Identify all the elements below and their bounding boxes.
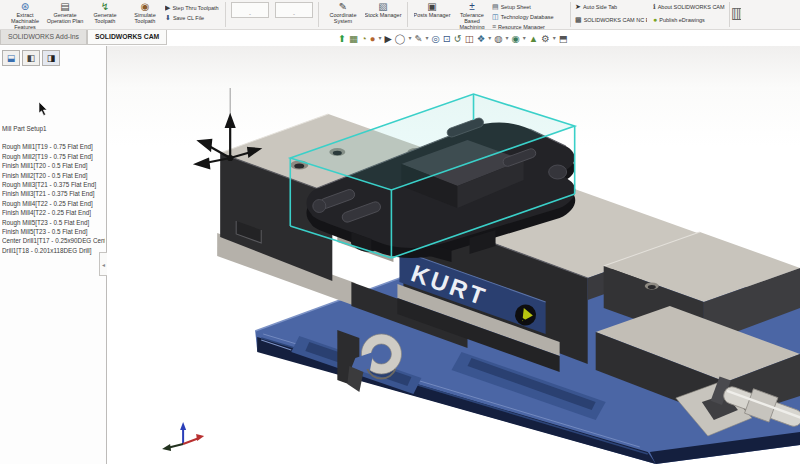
resource-manager-button[interactable]: ≡ Resource Manager (492, 23, 566, 30)
update-toolpaths-icon[interactable]: ⬆ (338, 31, 346, 46)
button-label: Auto Side Tab (583, 4, 617, 10)
tree-item-operation[interactable]: Rough Mill2[T19 - 0.75 Flat End] (2, 152, 105, 161)
tree-item-operation[interactable]: Drill1[T18 - 0.201x118DEG Drill] (2, 246, 105, 255)
sketch-icon[interactable]: ✎ (414, 31, 422, 46)
tree-item-operation[interactable]: Finish Mill5[T23 - 0.5 Flat End] (2, 227, 105, 236)
generate-operation-plan-icon: ▤ (60, 1, 69, 12)
extract-machinable-features-button[interactable]: ⊛ Extract Machinable Features (5, 1, 45, 29)
material-icon[interactable]: ● (370, 31, 376, 46)
tree-item-operation[interactable]: Rough Mill5[T23 - 0.5 Flat End] (2, 218, 105, 227)
button-label: SOLIDWORKS CAM NC Editor (584, 17, 647, 23)
ribbon-separator (318, 2, 319, 27)
button-label: Save CL File (173, 15, 204, 21)
generate-operation-plan-button[interactable]: ▤ Generate Operation Plan (45, 1, 85, 29)
coordinate-system-button[interactable]: ✎ Coordinate System (323, 1, 363, 29)
technology-database-button[interactable]: ◫ Technology Database (492, 13, 566, 21)
button-label: Technology Database (501, 14, 554, 20)
simulate-toolpath-icon: ◉ (141, 1, 150, 12)
cam-process-group: ⊛ Extract Machinable Features ▤ Generate… (2, 0, 224, 29)
tree-item-operation[interactable]: Center Drill1[T17 - 0.25x90DEG Center Dr… (2, 236, 105, 245)
auto-side-tab-button[interactable]: ➤ Auto Side Tab (575, 3, 647, 11)
scene-icon[interactable]: ▲ (529, 31, 538, 46)
tree-item-operation[interactable]: Rough Mill3[T21 - 0.375 Flat End] (2, 180, 105, 189)
cam-tools-tree-tab[interactable]: ◨ (42, 50, 60, 66)
panel-collapse-handle[interactable]: ◂ (99, 252, 107, 276)
clipped-button-icon[interactable]: ▥ (731, 3, 741, 22)
generate-toolpath-button[interactable]: ↯ Generate Toolpath (85, 1, 125, 29)
feature-manager-tabs: ⬓ ◧ ◨ (0, 46, 106, 66)
ribbon-separator (570, 2, 571, 27)
button-label: Stock Manager (365, 12, 402, 29)
cam-tools-tree-icon: ◨ (47, 53, 56, 63)
tree-item-operation[interactable]: Finish Mill4[T22 - 0.25 Flat End] (2, 208, 105, 217)
ribbon-separator (729, 2, 730, 27)
step-thru-toolpath-icon: ▶ (165, 4, 170, 12)
view-orientation-icon[interactable]: ❖ (477, 31, 486, 46)
tab-solidworks-add-ins[interactable]: SOLIDWORKS Add-Ins (0, 30, 87, 45)
edrawings-icon: ● (653, 16, 657, 24)
clipped-button-icon[interactable]: ▦ (731, 25, 741, 29)
tolerance-based-machining-button[interactable]: ± Tolerance Based Machining (452, 1, 492, 29)
monitor-icon[interactable]: ⬒ (559, 31, 568, 46)
machine-selector[interactable]: - (275, 2, 313, 18)
step-play-icon[interactable]: ▶ (384, 31, 391, 46)
tab-solidworks-cam[interactable]: SOLIDWORKS CAM (87, 30, 167, 45)
cam-feature-tree-tab[interactable]: ⬓ (2, 50, 20, 66)
reference-triad (162, 422, 204, 451)
button-label: Tolerance Based Machining (452, 12, 492, 29)
publish-edrawings-button[interactable]: ● Publish eDrawings (653, 16, 725, 24)
tree-item-operation[interactable]: Rough Mill1[T19 - 0.75 Flat End] (2, 142, 105, 151)
step-thru-toolpath-button[interactable]: ▶ Step Thru Toolpath (165, 4, 221, 12)
nc-editor-icon: ▩ (575, 16, 582, 24)
chevron-down-icon[interactable]: ▾ (425, 31, 428, 46)
setup-sheet-button[interactable]: ▤ Setup Sheet (492, 3, 566, 11)
display-style-icon[interactable]: ◍ (494, 31, 502, 46)
vise-3d-model[interactable]: KURT (107, 46, 800, 464)
posts-manager-button[interactable]: ▣ Posts Manager (412, 1, 452, 29)
selector-dash: - (293, 11, 295, 17)
tree-item-operation[interactable]: Finish Mill1[T20 - 0.5 Flat End] (2, 161, 105, 170)
selector-wells-group: - - (227, 0, 317, 29)
configuration-selector[interactable]: - (231, 2, 269, 18)
save-cl-file-button[interactable]: ⬇ Save CL File (165, 14, 221, 22)
graphics-viewport[interactable]: KURT (107, 46, 800, 464)
setup-sheet-icon: ▤ (492, 3, 499, 11)
button-label: Step Thru Toolpath (172, 5, 218, 11)
simulate-toolpath-button[interactable]: ◉ Simulate Toolpath (125, 1, 165, 29)
view-settings-icon[interactable]: ⚙ (541, 31, 550, 46)
tree-item-operation[interactable]: Rough Mill4[T22 - 0.25 Flat End] (2, 199, 105, 208)
ribbon-tabs: SOLIDWORKS Add-Ins SOLIDWORKS CAM (0, 30, 167, 45)
previous-view-icon[interactable]: ↺ (454, 31, 462, 46)
chevron-down-icon[interactable]: ▾ (505, 31, 508, 46)
chevron-down-icon[interactable]: ▾ (553, 31, 556, 46)
chevron-down-icon[interactable]: ▾ (408, 31, 411, 46)
hide-show-items-icon[interactable]: ◉ (512, 31, 520, 46)
chevron-down-icon[interactable]: ▾ (378, 31, 381, 46)
database-group: ▣ Posts Manager ± Tolerance Based Machin… (409, 0, 569, 29)
clock-icon[interactable]: ◔ (361, 31, 367, 46)
button-label: Simulate Toolpath (125, 12, 165, 29)
chevron-down-icon[interactable]: ▾ (523, 31, 526, 46)
ribbon-separator (225, 2, 226, 27)
about-solidworks-cam-button[interactable]: ℹ About SOLIDWORKS CAM (653, 3, 725, 11)
section-view-icon[interactable]: ◫ (465, 31, 474, 46)
database-stack: ▤ Setup Sheet ◫ Technology Database ≡ Re… (492, 1, 566, 30)
button-label: Extract Machinable Features (5, 12, 45, 29)
tree-item-setup[interactable]: Mill Part Setup1 (2, 124, 105, 133)
setup-grid-icon[interactable]: ▦ (349, 31, 358, 46)
stock-manager-button[interactable]: ▧ Stock Manager (363, 1, 403, 29)
ribbon-separator (407, 2, 408, 27)
auto-side-tab-icon: ➤ (575, 3, 581, 11)
chevron-down-icon[interactable]: ▾ (488, 31, 491, 46)
nc-editor-button[interactable]: ▩ SOLIDWORKS CAM NC Editor (575, 16, 647, 24)
zoom-area-icon[interactable]: ⊡ (443, 31, 451, 46)
utilities-group: ➤ Auto Side Tab ℹ About SOLIDWORKS CAM ▩… (572, 0, 728, 29)
button-label: Generate Toolpath (85, 12, 125, 29)
tree-item-operation[interactable]: Finish Mill2[T20 - 0.5 Flat End] (2, 171, 105, 180)
zoom-fit-icon[interactable]: ◎ (431, 31, 439, 46)
cam-operation-tree-panel: ⬓ ◧ ◨ Mill Part Setup1 Rough Mill1[T19 -… (0, 46, 107, 464)
cam-feature-tree-icon: ⬓ (7, 53, 16, 63)
loop-icon[interactable]: ◯ (395, 31, 406, 46)
tree-item-operation[interactable]: Finish Mill3[T21 - 0.375 Flat End] (2, 189, 105, 198)
cam-operation-tree-tab[interactable]: ◧ (22, 50, 40, 66)
